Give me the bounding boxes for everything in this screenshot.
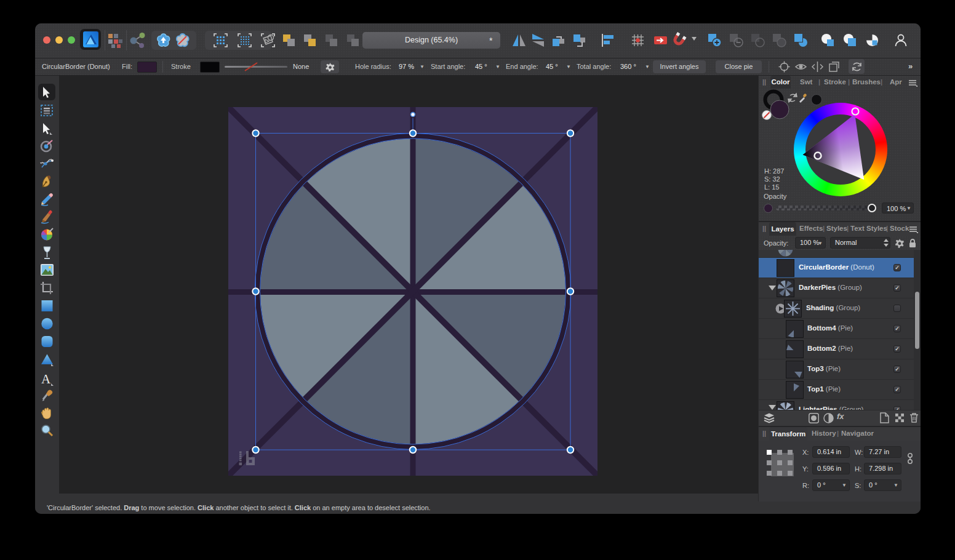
- svg-text:A: A: [41, 372, 51, 386]
